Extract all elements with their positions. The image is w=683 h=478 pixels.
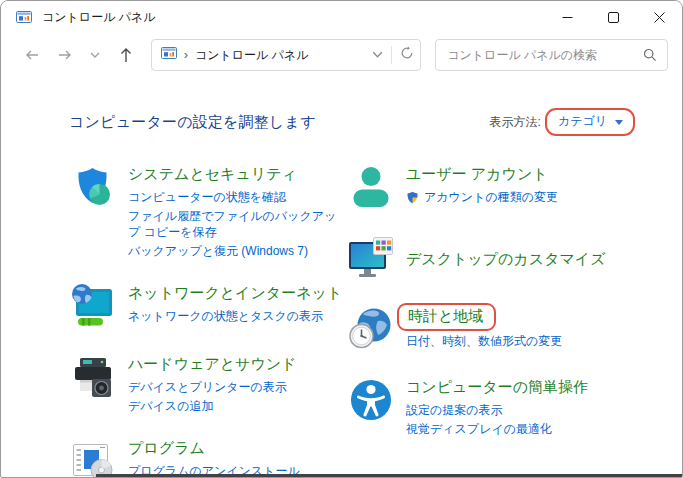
category-network-internet: ネットワークとインターネット ネットワークの状態とタスクの表示 — [69, 282, 347, 330]
category-title[interactable]: ユーザー アカウント — [406, 164, 548, 184]
up-button[interactable] — [113, 41, 138, 69]
category-title[interactable]: プログラム — [128, 438, 205, 458]
category-programs: プログラム プログラムのアンインストール — [69, 437, 347, 478]
breadcrumb-separator: › — [184, 47, 188, 62]
task-link[interactable]: バックアップと復元 (Windows 7) — [128, 243, 344, 259]
taskbar-edge — [96, 474, 682, 477]
task-link[interactable]: ファイル履歴でファイルのバックアップ コピーを保存 — [128, 208, 344, 240]
window-title: コントロール パネル — [42, 9, 156, 26]
task-link[interactable]: ネットワークの状態とタスクの表示 — [128, 308, 342, 324]
network-monitor-icon[interactable] — [69, 282, 117, 330]
shield-security-icon[interactable] — [69, 163, 117, 211]
minimize-button[interactable] — [544, 1, 590, 33]
task-link[interactable]: 設定の提案の表示 — [406, 402, 588, 418]
refresh-button[interactable] — [400, 46, 414, 64]
refresh-icon — [400, 46, 414, 60]
category-ease-of-access: コンピューターの簡単操作 設定の提案の表示 視覚ディスプレイの最適化 — [347, 376, 635, 437]
category-title[interactable]: ハードウェアとサウンド — [128, 354, 297, 374]
task-link[interactable]: コンピューターの状態を確認 — [128, 189, 344, 205]
desktop-personalization-icon[interactable] — [347, 234, 395, 282]
task-link-label: アカウントの種類の変更 — [424, 189, 558, 205]
chevron-down-icon — [90, 50, 100, 60]
up-arrow-icon — [118, 47, 134, 64]
search-box[interactable] — [435, 39, 668, 71]
control-panel-window: コントロール パネル — [0, 0, 683, 478]
category-title-highlighted[interactable]: 時計と地域 — [397, 303, 496, 331]
close-icon — [654, 12, 665, 23]
clock-globe-icon[interactable] — [347, 305, 395, 353]
accessibility-icon[interactable] — [347, 376, 395, 424]
back-button[interactable] — [19, 41, 44, 69]
programs-icon[interactable] — [69, 437, 117, 478]
maximize-button[interactable] — [590, 1, 636, 33]
task-link[interactable]: デバイスとプリンターの表示 — [128, 379, 297, 395]
category-system-security: システムとセキュリティ コンピューターの状態を確認 ファイル履歴でファイルのバッ… — [69, 163, 347, 259]
uac-shield-icon — [406, 191, 419, 204]
breadcrumb-location[interactable]: コントロール パネル — [195, 47, 309, 64]
task-link[interactable]: 日付、時刻、数値形式の変更 — [406, 333, 562, 349]
chevron-down-icon — [372, 49, 383, 60]
dropdown-arrow-icon — [615, 120, 623, 125]
search-icon — [643, 48, 657, 62]
view-by-value[interactable]: カテゴリ — [558, 113, 607, 130]
view-by-dropdown[interactable]: カテゴリ — [545, 108, 635, 136]
navigation-toolbar: › コントロール パネル — [1, 33, 682, 77]
printer-sound-icon[interactable] — [69, 353, 117, 401]
maximize-icon — [608, 12, 619, 23]
forward-arrow-icon — [57, 47, 73, 63]
category-clock-region: 時計と地域 日付、時刻、数値形式の変更 — [347, 305, 635, 353]
address-bar[interactable]: › コントロール パネル — [151, 39, 422, 71]
category-title[interactable]: ネットワークとインターネット — [128, 283, 342, 303]
task-link[interactable]: アカウントの種類の変更 — [406, 189, 558, 205]
back-arrow-icon — [24, 47, 40, 63]
control-panel-icon — [16, 9, 32, 25]
search-input[interactable] — [447, 48, 643, 62]
category-title[interactable]: システムとセキュリティ — [128, 164, 297, 184]
category-appearance-personalization: デスクトップのカスタマイズ — [347, 234, 635, 282]
minimize-icon — [562, 12, 573, 23]
category-title[interactable]: デスクトップのカスタマイズ — [406, 249, 606, 269]
category-hardware-sound: ハードウェアとサウンド デバイスとプリンターの表示 デバイスの追加 — [69, 353, 347, 414]
forward-button[interactable] — [52, 41, 77, 69]
divider — [391, 46, 392, 64]
category-user-accounts: ユーザー アカウント アカウントの種類の変更 — [347, 163, 635, 211]
user-account-icon[interactable] — [347, 163, 395, 211]
close-button[interactable] — [636, 1, 682, 33]
category-title[interactable]: コンピューターの簡単操作 — [406, 377, 588, 397]
page-title: コンピューターの設定を調整します — [69, 113, 316, 132]
view-by-label: 表示方法: — [490, 114, 541, 131]
task-link[interactable]: 視覚ディスプレイの最適化 — [406, 421, 588, 437]
recent-locations-button[interactable] — [86, 41, 104, 69]
address-dropdown-button[interactable] — [372, 46, 383, 64]
titlebar: コントロール パネル — [1, 1, 682, 33]
control-panel-icon — [161, 45, 177, 65]
task-link[interactable]: デバイスの追加 — [128, 398, 297, 414]
